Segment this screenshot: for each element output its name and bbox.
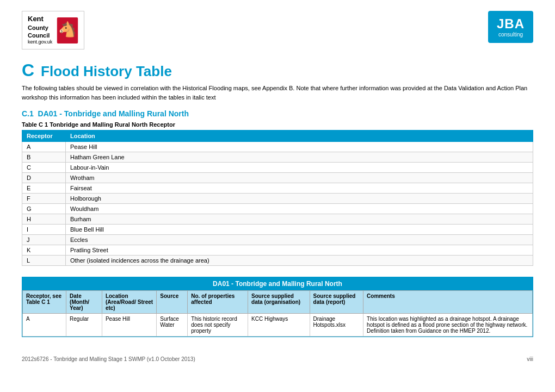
- location-cell: Fairseat: [66, 183, 533, 194]
- location-cell: Pease Hill: [66, 142, 533, 152]
- da01-col-header: No. of properties affected: [188, 291, 248, 314]
- location-cell: Eccles: [66, 235, 533, 245]
- table-row: KPratling Street: [22, 245, 533, 256]
- da01-header: DA01 - Tonbridge and Malling Rural North: [22, 277, 533, 290]
- kent-name: Kent: [28, 15, 52, 24]
- subsection-heading: DA01 - Tonbridge and Malling Rural North: [38, 109, 189, 118]
- da01-cell: KCC Highways: [248, 314, 310, 337]
- da01-data-row: ARegularPease HillSurface WaterThis hist…: [23, 314, 533, 337]
- table-row: BHatham Green Lane: [22, 152, 533, 163]
- table-row: GWouldham: [22, 204, 533, 214]
- svg-text:🐴: 🐴: [58, 20, 77, 38]
- da01-col-header: Location (Area/Road/ Street etc): [102, 291, 156, 314]
- jba-logo: JBA consulting: [488, 11, 533, 43]
- section-description: The following tables should be viewed in…: [22, 84, 533, 102]
- receptor-cell: A: [22, 142, 66, 152]
- da01-col-header: Comments: [363, 291, 533, 314]
- location-cell: Wouldham: [66, 204, 533, 214]
- receptor-cell: J: [22, 235, 66, 245]
- da01-cell: Regular: [66, 314, 102, 337]
- table-row: FHolborough: [22, 194, 533, 204]
- jba-subtitle: consulting: [498, 32, 523, 38]
- table-row: JEccles: [22, 235, 533, 245]
- table-row: APease Hill: [22, 142, 533, 152]
- location-cell: Holborough: [66, 194, 533, 204]
- council-text: Council: [28, 32, 52, 39]
- receptor-cell: I: [22, 225, 66, 235]
- page-footer: 2012s6726 - Tonbridge and Malling Stage …: [22, 356, 533, 362]
- receptor-cell: D: [22, 173, 66, 183]
- table-row: LOther (isolated incidences across the d…: [22, 256, 533, 266]
- receptor-cell: B: [22, 152, 66, 163]
- location-cell: Wrotham: [66, 173, 533, 183]
- table-row: HBurham: [22, 214, 533, 225]
- receptor-cell: E: [22, 183, 66, 194]
- kent-logo-text: Kent County Council kent.gov.uk: [28, 15, 52, 46]
- col-receptor: Receptor: [22, 130, 66, 142]
- section-letter: C: [22, 60, 34, 80]
- page-header: Kent County Council kent.gov.uk 🐴 JBA co…: [22, 11, 533, 49]
- receptor-location-table: Receptor Location APease HillBHatham Gre…: [22, 130, 533, 266]
- da01-cell: Pease Hill: [102, 314, 156, 337]
- section-title-block: C Flood History Table: [22, 60, 533, 80]
- footer-left: 2012s6726 - Tonbridge and Malling Stage …: [22, 356, 195, 362]
- kent-url: kent.gov.uk: [28, 39, 52, 46]
- horse-icon: 🐴: [57, 17, 78, 43]
- location-cell: Other (isolated incidences across the dr…: [66, 256, 533, 266]
- kent-logo: Kent County Council kent.gov.uk 🐴: [22, 11, 84, 49]
- footer-right: viii: [527, 356, 533, 362]
- da01-cell: A: [23, 314, 66, 337]
- location-cell: Labour-in-Vain: [66, 163, 533, 173]
- da01-cell: This historic record does not specify pr…: [188, 314, 248, 337]
- da01-table: Receptor, see Table C 1Date (Month/ Year…: [22, 290, 533, 337]
- receptor-cell: H: [22, 214, 66, 225]
- receptor-cell: C: [22, 163, 66, 173]
- table1-caption: Table C 1 Tonbridge and Malling Rural No…: [22, 121, 533, 128]
- location-cell: Hatham Green Lane: [66, 152, 533, 163]
- jba-title: JBA: [497, 16, 525, 32]
- da01-cell: Drainage Hotspots.xlsx: [310, 314, 363, 337]
- subsection-title: C.1 DA01 - Tonbridge and Malling Rural N…: [22, 109, 533, 118]
- da01-col-header: Source supplied data (organisation): [248, 291, 310, 314]
- table-row: IBlue Bell Hill: [22, 225, 533, 235]
- receptor-cell: G: [22, 204, 66, 214]
- da01-cell: Surface Water: [157, 314, 188, 337]
- col-location: Location: [66, 130, 533, 142]
- da01-table-wrap: DA01 - Tonbridge and Malling Rural North…: [22, 277, 533, 337]
- da01-col-header: Source supplied data (report): [310, 291, 363, 314]
- table-row: DWrotham: [22, 173, 533, 183]
- location-cell: Pratling Street: [66, 245, 533, 256]
- receptor-cell: L: [22, 256, 66, 266]
- receptor-cell: F: [22, 194, 66, 204]
- location-cell: Burham: [66, 214, 533, 225]
- county-text: County: [28, 24, 52, 32]
- da01-col-header: Receptor, see Table C 1: [23, 291, 66, 314]
- da01-col-header: Source: [157, 291, 188, 314]
- section-heading: Flood History Table: [41, 63, 172, 80]
- receptor-cell: K: [22, 245, 66, 256]
- da01-cell: This location was highlighted as a drain…: [363, 314, 533, 337]
- subsection-number: C.1: [22, 109, 34, 118]
- table-row: EFairseat: [22, 183, 533, 194]
- table-row: CLabour-in-Vain: [22, 163, 533, 173]
- location-cell: Blue Bell Hill: [66, 225, 533, 235]
- da01-col-header: Date (Month/ Year): [66, 291, 102, 314]
